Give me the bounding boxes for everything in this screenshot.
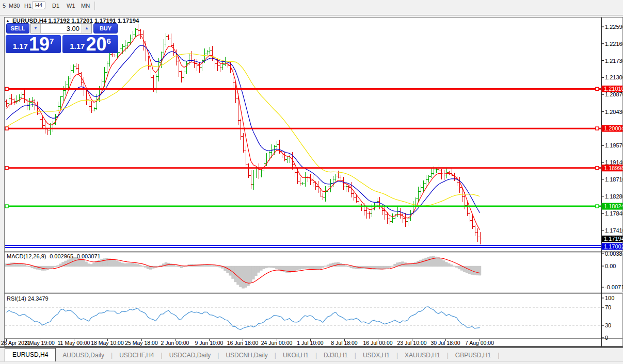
tab-usdchf-h4[interactable]: USDCHF,H4 (113, 350, 161, 361)
volume-stepper: ▼ ▲ (30, 23, 92, 34)
pane-separator-gap (5, 292, 623, 293)
price-marker-label: 1.21010 (604, 86, 623, 92)
tab-separator: | (498, 352, 499, 361)
buy-price-prefix: 1.17 (70, 42, 85, 51)
time-axis-label: 8 Jul 18:00 (331, 340, 358, 346)
price-marker-label: 1.20004 (604, 125, 623, 131)
pane-separator-gap (5, 252, 623, 253)
macd-axis-label: 0.00 (605, 263, 616, 269)
price-axis-label: 1.17410 (605, 227, 623, 234)
chart-window-bottom-border (0, 346, 623, 348)
buy-price-pipette: 6 (106, 37, 110, 45)
hline-handle[interactable] (5, 205, 8, 208)
hline-handle[interactable] (596, 127, 599, 130)
chart-window-frame (5, 18, 623, 346)
time-axis-label: 2 Jun 00:00 (161, 340, 189, 346)
time-axis-label: 16 Jun 18:00 (227, 340, 259, 346)
price-marker-label: 1.17194 (604, 236, 623, 242)
time-axis-label: 7 Aug 00:00 (465, 340, 494, 346)
rsi-axis-label: 30 (605, 322, 611, 328)
timeframe-button-H4[interactable]: H4 (32, 1, 45, 9)
price-marker-label: 1.18024 (604, 203, 623, 209)
buy-price-big: 20 (86, 36, 106, 53)
time-axis-label: 1 Jul 10:00 (297, 340, 324, 346)
price-axis-label: 1.19570 (605, 142, 623, 148)
toolbar-separator (94, 2, 95, 10)
macd-axis-label: 0.003873 (605, 251, 623, 257)
tab-dj30-h1[interactable]: DJ30,H1 (317, 350, 355, 361)
timeframe-button-W1[interactable]: W1 (65, 2, 77, 10)
price-axis-label: 1.18710 (605, 176, 623, 183)
price-axis-label: 1.22160 (605, 41, 623, 47)
tab-gbpusd-h1[interactable]: GBPUSD,H1 (449, 350, 498, 361)
price-axis-label: 1.21300 (605, 74, 623, 80)
sell-quote-button[interactable]: 1.17 19 7 (6, 35, 61, 53)
rsi-axis-label: 70 (605, 304, 611, 310)
time-axis-label: 30 Jul 18:00 (430, 340, 460, 346)
time-axis-label: 18 May 10:00 (91, 340, 124, 346)
tab-eurusd-h4[interactable]: EURUSD,H4 (5, 348, 56, 361)
time-axis-label: 9 Jun 10:00 (195, 340, 223, 346)
collapse-arrow-icon[interactable]: ▲ (6, 19, 10, 23)
hline-handle[interactable] (5, 127, 8, 130)
tab-usdcnh-daily[interactable]: USDCNH,Daily (219, 350, 274, 361)
symbol-tab-bar: EURUSD,H4AUDUSD,Daily|USDCHF,H4|USDCAD,D… (0, 349, 623, 361)
timeframe-toolbar: 5M30H1H4D1W1MN (0, 0, 623, 15)
time-axis-label: 16 Jul 00:00 (363, 340, 392, 346)
sell-price-big: 19 (29, 36, 50, 53)
timeframe-button-D1[interactable]: D1 (51, 2, 61, 10)
time-axis-label: 3 May 19:00 (25, 340, 55, 346)
price-axis-label: 1.18280 (605, 193, 623, 200)
volume-input[interactable] (41, 24, 82, 33)
volume-increase-button[interactable]: ▲ (82, 24, 91, 33)
price-axis-label: 1.17840 (605, 210, 623, 217)
rsi-axis-label: 100 (605, 295, 614, 301)
price-marker-label: 1.17002 (604, 243, 623, 250)
buy-quote-button[interactable]: 1.17 20 6 (62, 35, 118, 53)
tab-audusd-daily[interactable]: AUDUSD,Daily (56, 350, 111, 361)
hline-handle[interactable] (5, 167, 8, 170)
price-axis-label: 1.20430 (605, 109, 623, 115)
price-axis-label: 1.21730 (605, 58, 623, 64)
tab-ukoil-h1[interactable]: UKOil,H1 (276, 350, 315, 361)
sell-price-prefix: 1.17 (13, 42, 28, 51)
rsi-axis-label: 0 (605, 335, 608, 341)
timeframe-button-M30[interactable]: M30 (7, 2, 21, 10)
tab-xauusd-h1[interactable]: XAUUSD,H1 (398, 350, 447, 361)
rsi-indicator-label: RSI(14) 24.3479 (7, 295, 49, 302)
time-axis-label: 11 May 00:00 (58, 340, 90, 346)
price-marker-label: 1.18998 (604, 165, 623, 171)
price-axis-label: 1.22590 (605, 24, 623, 30)
hline-handle[interactable] (596, 205, 599, 208)
hline-handle[interactable] (596, 87, 599, 90)
hline-handle[interactable] (596, 167, 599, 170)
status-bar (0, 361, 623, 364)
sell-price-pipette: 7 (50, 37, 54, 45)
timeframe-button-5[interactable]: 5 (1, 2, 7, 10)
tab-usdcad-daily[interactable]: USDCAD,Daily (163, 350, 218, 361)
time-axis-label: 24 Jun 00:00 (261, 340, 293, 346)
timeframe-button-MN[interactable]: MN (79, 2, 91, 10)
sell-button[interactable]: SELL (6, 23, 29, 34)
volume-decrease-button[interactable]: ▼ (31, 24, 41, 33)
macd-axis-label: -0.00719 (605, 284, 623, 290)
mt4-application-window: 1.225901.221601.217301.213001.208701.204… (0, 0, 623, 364)
time-axis-label: 23 Jul 10:00 (397, 340, 426, 346)
macd-indicator-label: MACD(12,26,9) -0.002965 -0.003071 (7, 253, 101, 259)
tab-usdx-h1[interactable]: USDX,H1 (356, 350, 396, 361)
one-click-trading-panel: SELL ▼ ▲ BUY 1.17 19 7 1.17 20 6 (6, 23, 118, 53)
hline-handle[interactable] (5, 87, 8, 90)
time-axis-label: 25 May 18:00 (125, 340, 158, 346)
buy-button[interactable]: BUY (93, 23, 118, 34)
